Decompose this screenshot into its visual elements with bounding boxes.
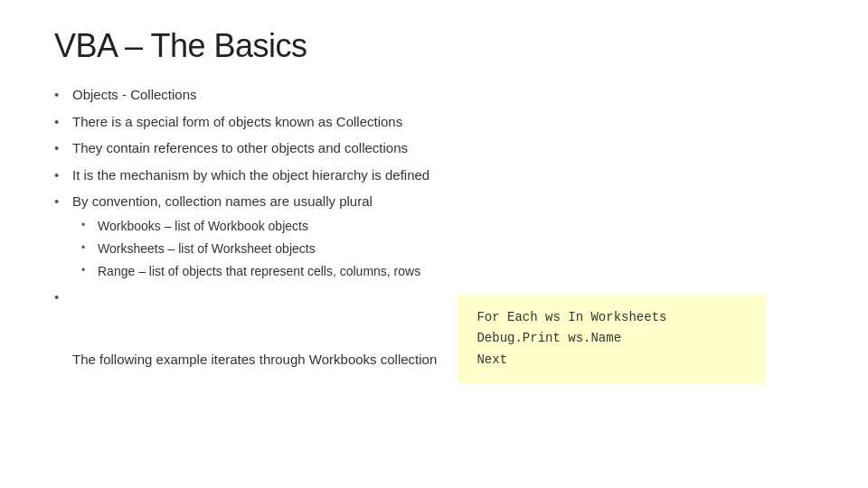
bullet-item-2: There is a special form of objects known… [54, 112, 814, 133]
bullet-text-1: Objects - Collections [72, 87, 197, 102]
sub-bullet-item-2: Worksheets – list of Worksheet objects [81, 239, 814, 258]
bullet-text-5: By convention, collection names are usua… [72, 193, 373, 209]
sub-bullet-text-2: Worksheets – list of Worksheet objects [98, 241, 316, 256]
slide-title: VBA – The Basics [54, 27, 814, 65]
code-line-2: Debug.Print ws.Name [476, 328, 748, 350]
main-bullet-list: Objects - Collections There is a special… [54, 85, 814, 384]
bullet-text-3: They contain references to other objects… [72, 140, 408, 155]
bullet-text-2: There is a special form of objects known… [72, 114, 402, 129]
code-block: For Each ws In Worksheets Debug.Print ws… [458, 295, 766, 384]
bullet-item-6: The following example iterates through W… [54, 287, 814, 384]
bullet-text-6: The following example iterates through W… [72, 351, 437, 366]
bullet-item-3: They contain references to other objects… [54, 138, 814, 159]
code-line-3: Next [476, 350, 748, 371]
bullet-text-4: It is the mechanism by which the object … [72, 167, 429, 183]
slide: VBA – The Basics Objects - Collections T… [0, 0, 868, 488]
bullet-item-1: Objects - Collections [54, 85, 814, 106]
bullet-item-5: By convention, collection names are usua… [54, 192, 814, 281]
code-line-1: For Each ws In Worksheets [476, 307, 748, 329]
sub-bullet-text-3: Range – list of objects that represent c… [98, 264, 420, 278]
sub-bullet-item-1: Workbooks – list of Workbook objects [81, 217, 814, 236]
sub-bullet-list: Workbooks – list of Workbook objects Wor… [81, 217, 814, 281]
slide-content: Objects - Collections There is a special… [54, 85, 814, 384]
sub-bullet-text-1: Workbooks – list of Workbook objects [98, 219, 308, 233]
sub-bullet-item-3: Range – list of objects that represent c… [81, 262, 814, 281]
bullet-item-4: It is the mechanism by which the object … [54, 165, 814, 186]
